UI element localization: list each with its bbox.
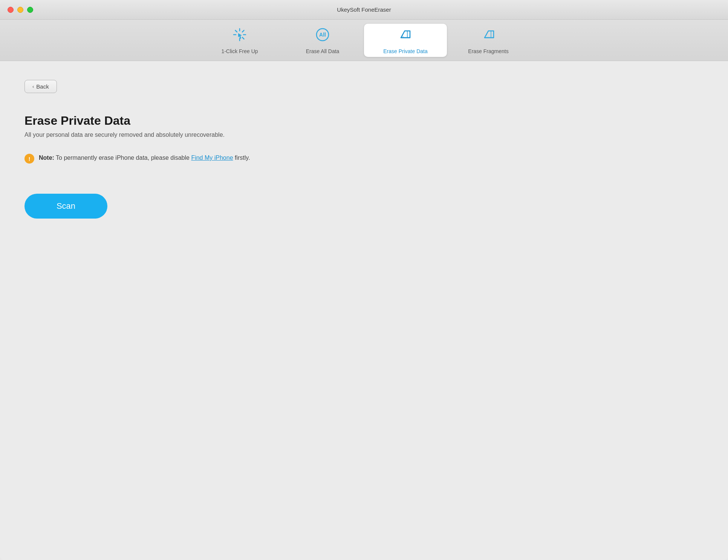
erase-all-icon: All	[314, 26, 331, 45]
tab-erase-fragments[interactable]: Erase Fragments	[447, 24, 530, 57]
warning-symbol: !	[29, 156, 31, 162]
minimize-button[interactable]	[17, 7, 23, 13]
find-my-iphone-link[interactable]: Find My iPhone	[191, 155, 233, 161]
scan-button-label: Scan	[57, 201, 75, 211]
tab-erase-private-label: Erase Private Data	[383, 48, 428, 54]
tab-erase-private[interactable]: Erase Private Data	[364, 24, 447, 57]
tab-bar: 1-Click Free Up All Erase All Data	[0, 20, 728, 61]
one-click-icon	[231, 26, 248, 45]
tab-erase-all-label: Erase All Data	[306, 48, 340, 54]
tab-one-click[interactable]: 1-Click Free Up	[198, 24, 281, 57]
note-text: Note: To permanently erase iPhone data, …	[39, 153, 250, 162]
note-label: Note:	[39, 155, 54, 161]
svg-text:All: All	[319, 32, 326, 38]
scan-button[interactable]: Scan	[24, 194, 107, 219]
page-title: Erase Private Data	[24, 114, 704, 128]
traffic-lights	[8, 7, 33, 13]
tab-erase-all[interactable]: All Erase All Data	[281, 24, 364, 57]
note-row: ! Note: To permanently erase iPhone data…	[24, 153, 704, 164]
window-title: UkeySoft FoneEraser	[337, 6, 391, 13]
close-button[interactable]	[8, 7, 14, 13]
tab-erase-fragments-label: Erase Fragments	[468, 48, 508, 54]
svg-line-6	[242, 30, 244, 32]
title-bar: UkeySoft FoneEraser	[0, 0, 728, 20]
back-button[interactable]: ‹ Back	[24, 80, 57, 93]
back-button-label: Back	[36, 83, 49, 90]
back-chevron-icon: ‹	[32, 84, 34, 89]
erase-private-icon	[397, 26, 414, 45]
warning-icon: !	[24, 154, 34, 164]
page-subtitle: All your personal data are securely remo…	[24, 132, 704, 138]
svg-line-4	[236, 30, 237, 32]
tab-one-click-label: 1-Click Free Up	[221, 48, 258, 54]
maximize-button[interactable]	[27, 7, 33, 13]
app-window: UkeySoft FoneEraser 1-Click Fre	[0, 0, 728, 560]
erase-fragments-icon	[480, 26, 497, 45]
main-content: ‹ Back Erase Private Data All your perso…	[0, 61, 728, 560]
note-suffix: firstly.	[233, 155, 250, 161]
note-body: To permanently erase iPhone data, please…	[56, 155, 191, 161]
svg-line-5	[242, 37, 244, 39]
